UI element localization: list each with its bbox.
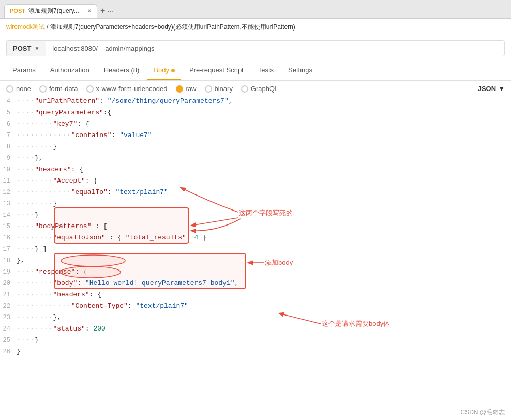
code-editor[interactable]: 4 ····"urlPathPattern": "/some/thing/que… bbox=[0, 97, 511, 359]
code-line-12: 12 ············"equalTo": "text/plain7" bbox=[0, 188, 511, 200]
body-type-urlencoded[interactable]: x-www-form-urlencoded bbox=[86, 85, 168, 93]
code-line-22: 22 ············"Content-Type": "text/pla… bbox=[0, 302, 511, 313]
code-line-18: 18 }, bbox=[0, 257, 511, 268]
code-line-16: 16 ········"equalToJson" : { "total_resu… bbox=[0, 234, 511, 245]
tab-close-button[interactable]: × bbox=[87, 7, 92, 15]
body-type-binary[interactable]: binary bbox=[205, 85, 233, 93]
body-type-raw[interactable]: raw bbox=[176, 85, 197, 93]
body-type-binary-label: binary bbox=[215, 85, 233, 93]
body-type-raw-radio[interactable] bbox=[176, 85, 183, 93]
code-line-21: 21 ········"headers": { bbox=[0, 291, 511, 302]
body-type-none-radio[interactable] bbox=[6, 85, 13, 93]
code-editor-area: 4 ····"urlPathPattern": "/some/thing/que… bbox=[0, 97, 511, 420]
tab-params[interactable]: Params bbox=[6, 61, 42, 80]
tab-title: 添加规则7(query... bbox=[28, 7, 79, 16]
new-tab-button[interactable]: + bbox=[100, 6, 105, 16]
url-input[interactable] bbox=[46, 40, 505, 56]
method-label: POST bbox=[13, 44, 31, 52]
body-type-form-data-radio[interactable] bbox=[39, 85, 47, 93]
code-line-25: 25 ····} bbox=[0, 336, 511, 348]
format-select[interactable]: JSON ▼ bbox=[478, 85, 505, 93]
code-line-20: 20 ········"body": "Hello world! queryPa… bbox=[0, 279, 511, 291]
footer-text: CSDN @毛奇志 bbox=[460, 409, 505, 416]
body-type-form-data[interactable]: form-data bbox=[39, 85, 78, 93]
tab-headers[interactable]: Headers (8) bbox=[98, 61, 146, 80]
body-type-binary-radio[interactable] bbox=[205, 85, 212, 93]
body-type-none[interactable]: none bbox=[6, 85, 31, 93]
code-line-9: 9 ····}, bbox=[0, 154, 511, 166]
body-type-graphql[interactable]: GraphQL bbox=[241, 85, 278, 93]
footer: CSDN @毛奇志 bbox=[460, 408, 505, 417]
code-line-8: 8 ········} bbox=[0, 143, 511, 154]
body-dot-indicator bbox=[171, 69, 175, 72]
tab-settings[interactable]: Settings bbox=[282, 61, 319, 80]
code-line-7: 7 ············"contains": "value7" bbox=[0, 131, 511, 143]
code-line-17: 17 ····} ] bbox=[0, 245, 511, 257]
breadcrumb-bar: wiremock测试 / 添加规则7(queryParameters+heade… bbox=[0, 19, 511, 36]
code-line-10: 10 ····"headers": { bbox=[0, 166, 511, 177]
browser-tab-bar: POST 添加规则7(query... × + ··· bbox=[0, 0, 511, 19]
body-type-none-label: none bbox=[16, 85, 31, 93]
tab-more-button[interactable]: ··· bbox=[107, 7, 113, 15]
body-type-form-data-label: form-data bbox=[49, 85, 78, 93]
request-line: POST ▼ bbox=[0, 36, 511, 61]
code-line-26: 26 } bbox=[0, 348, 511, 359]
code-line-24: 24 ········"status": 200 bbox=[0, 325, 511, 336]
tab-body[interactable]: Body bbox=[147, 61, 181, 80]
tab-tests[interactable]: Tests bbox=[252, 61, 280, 80]
method-chevron-icon: ▼ bbox=[34, 46, 39, 51]
code-line-5: 5 ····"queryParameters":{ bbox=[0, 109, 511, 120]
body-type-urlencoded-label: x-www-form-urlencoded bbox=[96, 85, 168, 93]
body-type-raw-label: raw bbox=[186, 85, 197, 93]
breadcrumb: wiremock测试 / 添加规则7(queryParameters+heade… bbox=[6, 23, 295, 32]
format-chevron-icon: ▼ bbox=[498, 85, 505, 93]
breadcrumb-separator: / bbox=[47, 23, 50, 31]
code-line-6: 6 ········"key7": { bbox=[0, 120, 511, 131]
tab-authorization[interactable]: Authorization bbox=[44, 61, 96, 80]
breadcrumb-current: 添加规则7(queryParameters+headers+body)(必须使用… bbox=[50, 23, 295, 31]
code-line-11: 11 ········"Accept": { bbox=[0, 177, 511, 188]
body-type-graphql-label: GraphQL bbox=[251, 85, 278, 93]
body-type-urlencoded-radio[interactable] bbox=[86, 85, 94, 93]
tab-method-badge: POST bbox=[10, 8, 25, 14]
code-line-23: 23 ········}, bbox=[0, 313, 511, 325]
body-type-bar: none form-data x-www-form-urlencoded raw… bbox=[0, 81, 511, 97]
code-line-15: 15 ····"bodyPatterns" : [ bbox=[0, 222, 511, 234]
breadcrumb-root[interactable]: wiremock测试 bbox=[6, 23, 45, 31]
editor-wrapper: 4 ····"urlPathPattern": "/some/thing/que… bbox=[0, 97, 511, 397]
active-tab[interactable]: POST 添加规则7(query... × bbox=[4, 4, 97, 18]
code-line-4: 4 ····"urlPathPattern": "/some/thing/que… bbox=[0, 97, 511, 109]
code-line-19: 19 ····"response": { bbox=[0, 268, 511, 279]
tabs-bar: Params Authorization Headers (8) Body Pr… bbox=[0, 61, 511, 81]
body-type-graphql-radio[interactable] bbox=[241, 85, 248, 93]
format-label: JSON bbox=[478, 85, 496, 93]
code-line-13: 13 ········} bbox=[0, 200, 511, 211]
code-line-14: 14 ····} bbox=[0, 211, 511, 222]
tab-pre-request-script[interactable]: Pre-request Script bbox=[183, 61, 250, 80]
method-select[interactable]: POST ▼ bbox=[6, 40, 46, 56]
